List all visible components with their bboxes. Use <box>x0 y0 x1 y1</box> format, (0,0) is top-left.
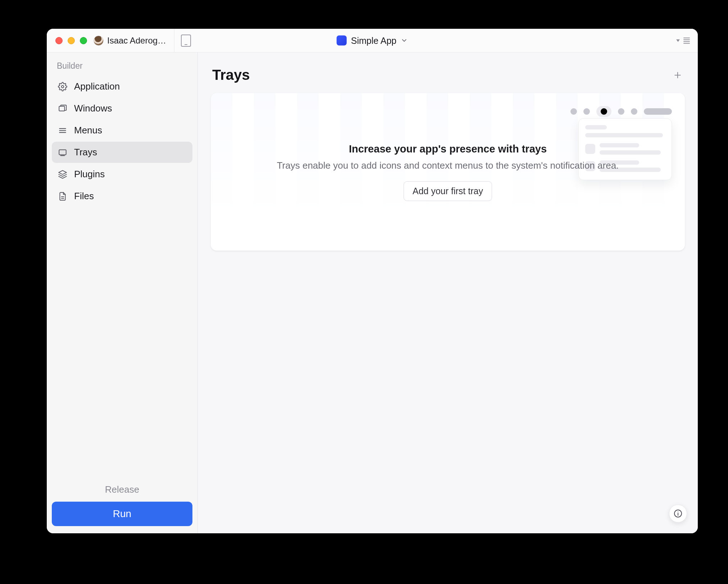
info-button[interactable] <box>669 505 687 523</box>
sidebar-item-windows[interactable]: Windows <box>52 98 192 119</box>
sidebar-item-label: Plugins <box>74 169 105 180</box>
gear-icon <box>58 82 68 92</box>
app-name-label: Simple App <box>351 35 396 46</box>
main-panel: Trays <box>198 53 698 533</box>
add-tray-button[interactable] <box>672 69 683 81</box>
illustration-dot <box>570 108 577 115</box>
window-minimize-button[interactable] <box>68 37 75 44</box>
app-icon <box>337 36 347 46</box>
svg-rect-1 <box>59 106 64 111</box>
sidebar-item-label: Application <box>74 81 120 92</box>
empty-state-card: Increase your app's presence with trays … <box>211 93 685 251</box>
illustration-pill <box>644 108 672 115</box>
app-window: Isaac Aderog… Simple App Builder <box>47 29 698 533</box>
app-switcher[interactable]: Simple App <box>337 35 408 46</box>
sidebar-nav: Application Windows Menus <box>52 76 192 207</box>
illustration-menubar <box>570 106 672 117</box>
titlebar: Isaac Aderog… Simple App <box>47 29 698 53</box>
sidebar-section-label: Builder <box>52 59 192 76</box>
illustration-active-tray <box>596 106 611 117</box>
triangle-down-icon <box>676 39 680 42</box>
device-icon[interactable] <box>181 35 191 47</box>
user-menu[interactable]: Isaac Aderog… <box>94 36 166 46</box>
window-fullscreen-button[interactable] <box>80 37 87 44</box>
empty-state-title: Increase your app's presence with trays <box>277 143 619 155</box>
file-icon <box>58 191 68 201</box>
sidebar: Builder Application Windows <box>47 53 198 533</box>
add-first-tray-button[interactable]: Add your first tray <box>404 181 492 201</box>
svg-marker-7 <box>59 170 67 174</box>
main-header: Trays <box>211 65 685 93</box>
list-icon <box>683 37 690 44</box>
tray-icon <box>58 147 68 158</box>
sidebar-item-files[interactable]: Files <box>52 186 192 207</box>
svg-point-14 <box>678 512 678 512</box>
sidebar-item-label: Windows <box>74 103 112 114</box>
sidebar-bottom: Release Run <box>52 477 192 526</box>
windows-icon <box>58 104 68 114</box>
illustration-dot <box>583 108 590 115</box>
sidebar-item-menus[interactable]: Menus <box>52 120 192 141</box>
sidebar-item-label: Menus <box>74 125 102 136</box>
sidebar-item-label: Trays <box>74 147 97 158</box>
menu-icon <box>58 126 68 136</box>
body: Builder Application Windows <box>47 53 698 533</box>
empty-state-subtitle: Trays enable you to add icons and contex… <box>277 160 619 171</box>
traffic-lights <box>47 37 87 44</box>
titlebar-divider <box>174 29 174 52</box>
chevron-down-icon <box>401 37 408 44</box>
titlebar-right-menu[interactable] <box>676 37 690 44</box>
run-button[interactable]: Run <box>52 502 192 526</box>
release-label[interactable]: Release <box>52 484 192 495</box>
illustration-dot <box>631 108 637 115</box>
sidebar-item-trays[interactable]: Trays <box>52 142 192 163</box>
empty-state-content: Increase your app's presence with trays … <box>277 143 619 201</box>
svg-rect-5 <box>59 150 66 155</box>
avatar <box>94 36 104 46</box>
illustration-dot <box>618 108 624 115</box>
window-close-button[interactable] <box>55 37 63 44</box>
layers-icon <box>58 169 68 179</box>
sidebar-item-plugins[interactable]: Plugins <box>52 164 192 185</box>
sidebar-item-label: Files <box>74 191 94 202</box>
sidebar-item-application[interactable]: Application <box>52 76 192 97</box>
svg-point-0 <box>62 85 64 88</box>
page-title: Trays <box>212 67 250 83</box>
user-name-label: Isaac Aderog… <box>107 36 166 46</box>
